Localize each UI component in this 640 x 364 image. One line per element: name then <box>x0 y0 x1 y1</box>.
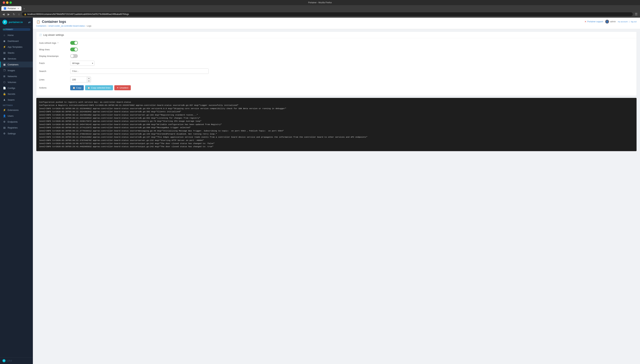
copy-selected-btn-label: Copy selected lines <box>91 86 110 89</box>
logo-icon: P <box>2 20 7 24</box>
registries-icon: ▤ <box>3 126 6 129</box>
stacks-icon: ▤ <box>3 51 6 54</box>
close-btn[interactable] <box>3 2 5 4</box>
auto-refresh-slider <box>70 41 78 45</box>
search-label: Search <box>39 70 67 72</box>
sidebar-item-registries[interactable]: ▤ Registries <box>0 125 33 130</box>
new-tab-btn[interactable]: + <box>22 6 26 11</box>
search-row: Search <box>39 68 634 74</box>
sidebar-item-home[interactable]: ⌂ Home <box>0 32 33 38</box>
footer-logo-icon: P <box>2 359 6 362</box>
lines-increment-btn[interactable]: ▲ <box>87 77 91 80</box>
sidebar-item-settings[interactable]: ⚙ Settings <box>0 130 33 136</box>
sidebar-item-label: Endpoints <box>8 120 18 123</box>
breadcrumb: Containers › smart-cooler_as-controller-… <box>36 24 636 29</box>
sidebar-item-extensions[interactable]: ⚡ Extensions <box>0 107 33 113</box>
sidebar-logo: P portainer.io ⇄ <box>0 18 33 27</box>
sidebar-item-label: Extensions <box>8 109 19 111</box>
copy-icon: 📋 <box>73 87 75 89</box>
settings-header-title: Log viewer settings <box>43 34 64 36</box>
endpoints-icon: ⚙ <box>3 120 6 123</box>
sidebar-item-label: Containers <box>8 63 18 66</box>
address-bar[interactable]: 🔒 localhost:9000/#/containers/9d79fe6df5… <box>22 12 633 16</box>
settings-section-label: SETTINGS <box>0 103 33 107</box>
minimize-btn[interactable] <box>6 2 8 4</box>
auto-refresh-label: Auto-refresh logs ? <box>39 42 67 44</box>
sidebar-item-secrets[interactable]: 🔒 Secrets <box>0 91 33 97</box>
version-text: 1.23.2 <box>6 360 12 362</box>
sidebar-item-label: App Templates <box>8 46 22 48</box>
env-dot <box>4 29 5 30</box>
browser-tab[interactable]: Portainer ✕ <box>2 6 22 11</box>
refresh-button[interactable]: ↻ <box>12 12 16 16</box>
tab-title: Portainer <box>8 7 16 10</box>
sidebar-item-swarm[interactable]: ♟ Swarm <box>0 97 33 103</box>
volumes-icon: ⬡ <box>3 81 6 84</box>
menu-button[interactable]: ☰ <box>634 12 638 16</box>
copy-selected-button[interactable]: 📋 Copy selected lines <box>85 85 113 90</box>
home-button[interactable]: ⌂ <box>17 12 21 16</box>
images-icon: ❐ <box>3 69 6 72</box>
sidebar-item-endpoints[interactable]: ⚙ Endpoints <box>0 119 33 125</box>
wrap-lines-toggle[interactable] <box>70 48 78 51</box>
sidebar-item-label: Volumes <box>8 81 16 84</box>
logo-text: portainer.io <box>9 20 23 24</box>
fetch-select[interactable]: All logs Last 100 lines Last 500 lines L… <box>70 61 94 66</box>
sidebar-item-networks[interactable]: ⊞ Networks <box>0 73 33 79</box>
window-title: Portainer - Mozilla Firefox <box>12 2 628 4</box>
log-viewer-settings-card: 📄 Log viewer settings Auto-refresh logs … <box>36 32 636 96</box>
my-account-link[interactable]: my account <box>618 20 628 23</box>
copy-button[interactable]: 📋 Copy <box>70 85 84 90</box>
browser-toolbar: ◀ ▶ ↻ ⌂ 🔒 localhost:9000/#/containers/9d… <box>0 11 640 18</box>
lines-label: Lines <box>39 78 67 81</box>
display-timestamps-label: Display timestamps <box>39 55 67 58</box>
forward-button[interactable]: ▶ <box>6 12 11 16</box>
app-templates-icon: ⚡ <box>3 46 6 48</box>
unselect-button[interactable]: ✕ Unselect <box>114 85 131 90</box>
breadcrumb-containers[interactable]: Containers <box>36 25 46 27</box>
breadcrumb-container-name[interactable]: smart-cooler_as-controller-board-status <box>48 25 85 27</box>
sidebar-item-configs[interactable]: 📄 Configs <box>0 85 33 91</box>
portainer-support-link[interactable]: ✕ Portainer support <box>584 20 603 23</box>
search-input[interactable] <box>70 68 208 74</box>
display-timestamps-knob <box>70 54 74 58</box>
actions-label: Actions <box>39 86 67 89</box>
unselect-btn-label: Unselect <box>120 86 128 89</box>
log-output-card: Configuration pushed to registry with se… <box>36 98 636 151</box>
actions-row: Actions 📋 Copy 📋 Copy selected lines <box>39 85 634 90</box>
sidebar-item-label: Registries <box>8 126 18 129</box>
tab-close-btn[interactable]: ✕ <box>18 8 19 10</box>
maximize-btn[interactable] <box>10 2 12 4</box>
extensions-icon: ⚡ <box>3 108 6 111</box>
settings-card-header[interactable]: 📄 Log viewer settings <box>36 32 636 38</box>
header-actions: ✕ Portainer support 👤 admin my account |… <box>584 20 636 24</box>
log-output[interactable]: Configuration pushed to registry with se… <box>36 98 636 151</box>
networks-icon: ⊞ <box>3 75 6 78</box>
auto-refresh-toggle[interactable] <box>70 41 78 45</box>
sidebar-item-app-templates[interactable]: ⚡ App Templates <box>0 44 33 50</box>
lock-icon: 🔒 <box>24 13 26 16</box>
sidebar-item-label: Secrets <box>8 93 15 95</box>
services-icon: ▣ <box>3 57 6 60</box>
log-out-link[interactable]: log out <box>631 20 636 23</box>
display-timestamps-slider <box>70 54 78 58</box>
sidebar-item-volumes[interactable]: ⬡ Volumes <box>0 79 33 85</box>
sidebar-item-dashboard[interactable]: ◉ Dashboard <box>0 38 33 44</box>
wrap-lines-slider <box>70 48 78 51</box>
sidebar-item-images[interactable]: ❐ Images <box>0 68 33 73</box>
lines-decrement-btn[interactable]: ▼ <box>87 80 91 82</box>
sidebar-item-services[interactable]: ▣ Services <box>0 56 33 62</box>
sidebar-item-stacks[interactable]: ▤ Stacks <box>0 50 33 56</box>
content-area: 📄 Log viewer settings Auto-refresh logs … <box>33 29 640 364</box>
env-badge: PRIMARY <box>2 28 30 31</box>
display-timestamps-toggle[interactable] <box>70 54 78 58</box>
wrap-lines-label: Wrap lines <box>39 48 67 51</box>
back-button[interactable]: ◀ <box>2 12 6 16</box>
fetch-row: Fetch All logs Last 100 lines Last 500 l… <box>39 61 634 66</box>
sidebar-toggle-btn[interactable]: ⇄ <box>28 20 30 24</box>
sidebar-item-containers[interactable]: ▦ Containers <box>0 62 33 68</box>
sidebar-item-label: Networks <box>8 75 17 78</box>
sidebar-item-users[interactable]: 👤 Users <box>0 113 33 119</box>
lines-input[interactable] <box>70 77 87 82</box>
auto-refresh-help-icon[interactable]: ? <box>57 42 58 44</box>
